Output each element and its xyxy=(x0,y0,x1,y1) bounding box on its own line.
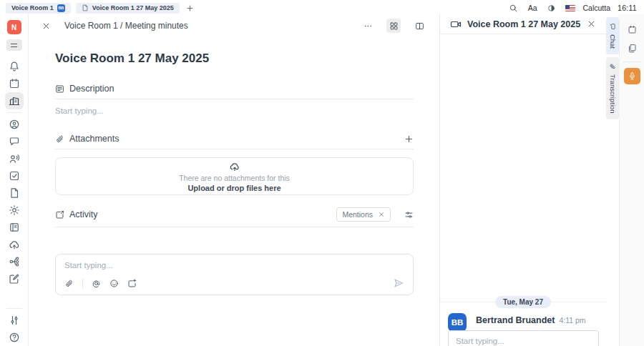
tab-voice-room[interactable]: Voice Room 1 BB xyxy=(6,3,71,14)
theme-toggle-button[interactable] xyxy=(544,1,558,15)
message-author[interactable]: Bertrand Bruandet xyxy=(476,315,555,325)
mention-button[interactable] xyxy=(92,279,101,288)
sidebar-item-channels[interactable] xyxy=(5,150,24,167)
tab-chat[interactable]: Chat xyxy=(606,17,619,54)
emoji-smile-icon xyxy=(109,279,119,288)
activity-section-header: Activity Mentions xyxy=(55,207,414,227)
search-button[interactable] xyxy=(507,1,521,15)
attachments-section-header: Attachments xyxy=(55,134,414,149)
chat-bubble-icon xyxy=(9,136,20,147)
grid-view-button[interactable] xyxy=(386,19,401,33)
send-icon xyxy=(393,277,404,289)
page-title: Voice Room 1 27 May 2025 xyxy=(55,51,414,66)
sidebar-item-integrations[interactable] xyxy=(5,253,24,270)
mentions-filter-chip[interactable]: Mentions xyxy=(336,207,391,222)
sidebar-item-compose[interactable] xyxy=(5,270,24,287)
avatar[interactable]: BB xyxy=(448,313,467,332)
sidebar-item-chats[interactable] xyxy=(5,133,24,150)
sidebar-divider xyxy=(6,112,22,113)
composer-input[interactable]: Start typing... xyxy=(64,261,404,270)
sidebar-item-contacts[interactable] xyxy=(5,116,24,133)
more-dots-icon xyxy=(364,21,373,31)
sidebar-item-cloud[interactable] xyxy=(5,236,24,253)
tab-transcription[interactable]: Transcription xyxy=(606,57,619,119)
chat-message-input[interactable] xyxy=(448,330,599,346)
user-circle-icon xyxy=(9,119,20,130)
activity-section: Activity Mentions Start typing... xyxy=(55,207,414,295)
microphone-button[interactable] xyxy=(624,68,640,84)
building-icon xyxy=(9,95,20,107)
split-view-icon xyxy=(415,21,424,31)
activity-label: Activity xyxy=(69,209,98,219)
tab-chat-label: Chat xyxy=(609,34,617,49)
date-pill: Tue, May 27 xyxy=(495,296,551,308)
sidebar-item-notebook[interactable] xyxy=(5,219,24,236)
new-tab-button[interactable] xyxy=(185,4,195,12)
remove-filter-icon[interactable] xyxy=(378,211,385,218)
send-comment-button[interactable] xyxy=(393,277,404,289)
search-icon xyxy=(509,4,518,13)
add-attachment-button[interactable] xyxy=(404,134,414,144)
paperclip-icon xyxy=(64,279,74,288)
date-divider: Tue, May 27 xyxy=(440,297,606,307)
panel-tab-strip: Chat Transcription xyxy=(606,14,619,346)
breadcrumb: Voice Room 1 / Meeting minutes xyxy=(64,21,188,31)
sidebar-item-brightness[interactable] xyxy=(5,202,24,219)
presence-badge: BB xyxy=(57,4,65,12)
tab-meeting-doc[interactable]: Voice Room 1 27 May 2025 xyxy=(76,3,180,14)
font-size-button[interactable]: Aa xyxy=(528,4,537,12)
close-chat-button[interactable] xyxy=(587,19,596,29)
split-view-button[interactable] xyxy=(412,19,426,33)
close-document-button[interactable] xyxy=(39,19,53,33)
tab-label: Voice Room 1 27 May 2025 xyxy=(92,4,174,11)
sidebar-item-office[interactable] xyxy=(5,92,24,109)
description-input[interactable]: Start typing... xyxy=(55,107,414,115)
attach-file-button[interactable] xyxy=(64,279,74,288)
sidebar-item-calendar[interactable] xyxy=(5,75,24,92)
sidebar-item-preferences[interactable] xyxy=(5,312,24,329)
sidebar-item-files[interactable] xyxy=(5,184,24,202)
composer-toolbar xyxy=(64,277,404,289)
plus-icon xyxy=(404,134,414,144)
comment-composer[interactable]: Start typing... xyxy=(55,254,414,295)
flow-icon xyxy=(9,256,20,267)
cloud-upload-icon xyxy=(9,239,20,250)
activity-icon xyxy=(55,210,64,219)
sidebar-item-notifications[interactable] xyxy=(5,58,24,75)
video-camera-icon xyxy=(450,19,462,30)
tab-label: Voice Room 1 xyxy=(11,4,54,11)
help-icon xyxy=(9,332,20,343)
plus-icon xyxy=(186,4,194,12)
workspace-avatar[interactable]: N xyxy=(7,20,21,34)
more-options-button[interactable] xyxy=(361,19,375,33)
add-task-button[interactable] xyxy=(127,279,137,288)
attachments-dropzone[interactable]: There are no attachments for this Upload… xyxy=(55,157,414,195)
attachments-empty-subtitle: Upload or drop files here xyxy=(187,184,280,192)
file-icon xyxy=(9,187,20,199)
us-flag-icon[interactable] xyxy=(565,5,575,11)
sidebar-item-help[interactable] xyxy=(5,329,24,346)
meeting-calendar-button[interactable] xyxy=(623,20,641,39)
toolbar-divider xyxy=(82,279,83,288)
document-body: Voice Room 1 27 May 2025 Description Sta… xyxy=(29,37,439,295)
message-time: 4:11 pm xyxy=(559,316,585,325)
chat-bubble-icon xyxy=(609,23,616,30)
document-panel: Voice Room 1 / Meeting minutes Voice Roo… xyxy=(29,14,439,346)
calendar-icon xyxy=(9,78,20,89)
chat-panel-title: Voice Room 1 27 May 2025 xyxy=(467,19,580,29)
bell-icon xyxy=(9,61,20,72)
activity-filter-button[interactable] xyxy=(404,210,414,219)
hamburger-menu-button[interactable] xyxy=(6,39,22,51)
attachments-empty-title: There are no attachments for this xyxy=(179,174,290,182)
sun-icon xyxy=(9,204,20,216)
topbar-right: Aa Calcutta 16:11 xyxy=(507,1,637,15)
timezone-label[interactable]: Calcutta xyxy=(582,4,610,12)
mentions-chip-label: Mentions xyxy=(342,210,373,219)
sidebar-item-tasks[interactable] xyxy=(5,167,24,184)
at-sign-icon xyxy=(92,279,101,288)
hamburger-icon xyxy=(9,41,19,50)
emoji-button[interactable] xyxy=(109,279,119,288)
attachments-label: Attachments xyxy=(69,134,119,144)
chat-panel-header: Voice Room 1 27 May 2025 xyxy=(440,14,606,34)
meeting-notes-button[interactable] xyxy=(623,39,641,57)
